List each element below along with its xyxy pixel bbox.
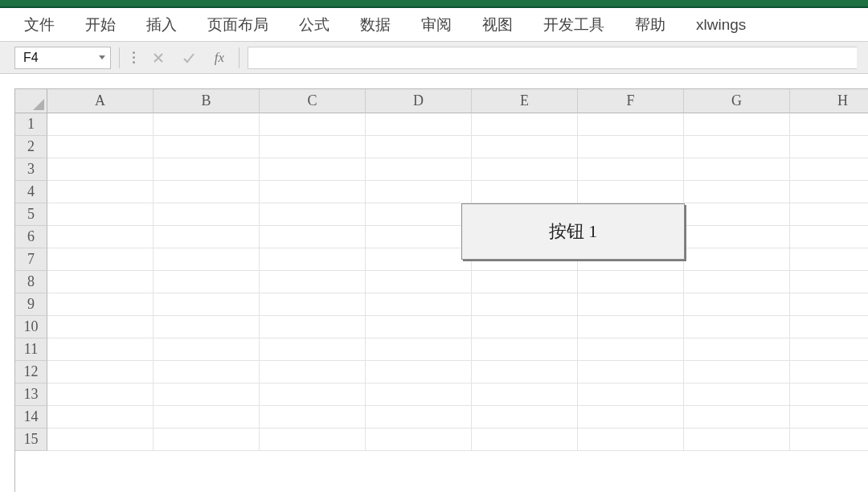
cell[interactable] [154,406,260,428]
cell[interactable] [260,113,366,136]
row-header[interactable]: 7 [15,248,47,271]
cell[interactable] [366,248,472,271]
cell[interactable] [260,316,366,338]
cell[interactable] [260,428,366,451]
cell[interactable] [154,226,260,248]
fx-icon[interactable]: fx [208,48,231,68]
cell[interactable] [790,181,868,203]
cell[interactable] [684,113,790,136]
cell[interactable] [684,136,790,158]
cell[interactable] [472,271,578,293]
cell[interactable] [366,406,472,428]
cell[interactable] [47,338,154,361]
cell[interactable] [366,428,472,451]
cell[interactable] [684,428,790,451]
row-header[interactable]: 9 [15,293,47,316]
cell[interactable] [260,293,366,316]
col-header[interactable]: E [472,89,578,113]
cell[interactable] [366,361,472,383]
cell[interactable] [790,271,868,293]
cell[interactable] [578,271,684,293]
cell[interactable] [790,248,868,271]
cell[interactable] [47,248,154,271]
form-button-1[interactable]: 按钮 1 [461,203,685,260]
cell[interactable] [578,181,684,203]
cell[interactable] [47,428,154,451]
select-all-corner[interactable] [15,89,47,113]
tab-formulas[interactable]: 公式 [294,11,334,39]
tab-review[interactable]: 审阅 [416,11,457,39]
cell[interactable] [684,181,790,203]
cell[interactable] [154,181,260,203]
cell[interactable] [154,338,260,361]
cell[interactable] [154,293,260,316]
cell[interactable] [366,158,472,181]
cell[interactable] [366,383,472,406]
cell[interactable] [154,271,260,293]
col-header[interactable]: A [47,89,154,113]
row-header[interactable]: 6 [15,226,47,248]
cell[interactable] [472,316,578,338]
cell[interactable] [154,383,260,406]
cell[interactable] [154,428,260,451]
cell[interactable] [578,383,684,406]
row-header[interactable]: 1 [15,113,47,136]
name-box[interactable]: F4 [14,47,111,69]
cell[interactable] [366,181,472,203]
cell[interactable] [47,181,154,203]
cell[interactable] [47,113,154,136]
row-header[interactable]: 14 [15,406,47,428]
cell[interactable] [790,158,868,181]
tab-xlwings[interactable]: xlwings [691,13,751,37]
cell[interactable] [472,383,578,406]
cell[interactable] [790,383,868,406]
cell[interactable] [472,428,578,451]
cell[interactable] [366,226,472,248]
tab-home[interactable]: 开始 [80,11,121,39]
cell[interactable] [472,406,578,428]
cell[interactable] [578,158,684,181]
cell[interactable] [154,203,260,226]
cell[interactable] [578,428,684,451]
cell[interactable] [790,113,868,136]
cell[interactable] [260,181,366,203]
cell[interactable] [260,361,366,383]
tab-view[interactable]: 视图 [477,11,518,39]
cell[interactable] [790,293,868,316]
tab-page-layout[interactable]: 页面布局 [203,11,273,39]
cell[interactable] [366,271,472,293]
cell[interactable] [790,406,868,428]
row-header[interactable]: 15 [15,428,47,451]
row-header[interactable]: 4 [15,181,47,203]
row-header[interactable]: 10 [15,316,47,338]
cell[interactable] [260,383,366,406]
tab-help[interactable]: 帮助 [630,11,670,39]
cell[interactable] [578,136,684,158]
cell[interactable] [578,316,684,338]
cell[interactable] [684,248,790,271]
cell[interactable] [260,158,366,181]
cell[interactable] [260,226,366,248]
cell[interactable] [260,203,366,226]
cell[interactable] [578,361,684,383]
cell[interactable] [154,136,260,158]
cell[interactable] [366,338,472,361]
cell[interactable] [472,181,578,203]
row-header[interactable]: 5 [15,203,47,226]
cell[interactable] [578,113,684,136]
cell[interactable] [684,271,790,293]
tab-developer[interactable]: 开发工具 [538,11,609,39]
cell[interactable] [790,136,868,158]
cell[interactable] [260,271,366,293]
cell[interactable] [472,113,578,136]
cell[interactable] [790,361,868,383]
cell[interactable] [578,406,684,428]
enter-icon[interactable] [178,48,200,68]
cell[interactable] [47,158,154,181]
cell[interactable] [578,338,684,361]
cell[interactable] [366,113,472,136]
cell[interactable] [47,226,154,248]
cell[interactable] [366,293,472,316]
cell[interactable] [684,361,790,383]
cell[interactable] [578,293,684,316]
